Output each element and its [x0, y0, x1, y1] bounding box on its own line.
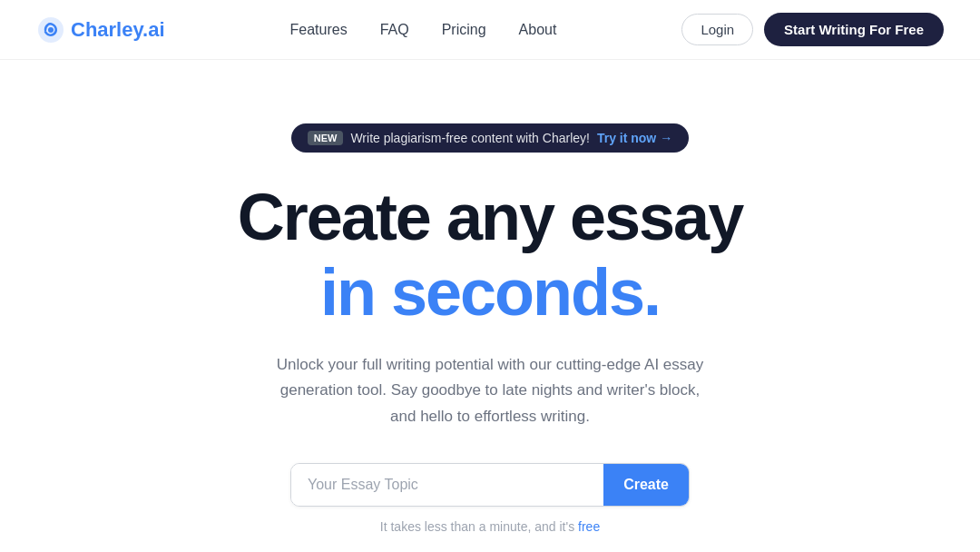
badge-new-label: NEW — [308, 131, 344, 145]
create-button[interactable]: Create — [603, 464, 689, 506]
hero-subtitle: Unlock your full writing potential with … — [272, 352, 708, 431]
essay-input-wrapper: Create — [290, 463, 690, 507]
badge-text: Write plagiarism-free content with Charl… — [350, 131, 590, 145]
nav-pricing[interactable]: Pricing — [442, 22, 486, 37]
hero-section: NEW Write plagiarism-free content with C… — [0, 60, 980, 552]
nav-faq[interactable]: FAQ — [380, 22, 409, 37]
login-button[interactable]: Login — [681, 14, 753, 45]
svg-point-1 — [48, 27, 54, 33]
nav-features[interactable]: Features — [290, 22, 348, 37]
essay-topic-input[interactable] — [291, 464, 603, 506]
nav-about[interactable]: About — [519, 22, 557, 37]
hero-badge: NEW Write plagiarism-free content with C… — [291, 123, 690, 153]
nav-actions: Login Start Writing For Free — [681, 13, 944, 46]
footnote-free: free — [578, 519, 600, 534]
nav-links: Features FAQ Pricing About — [290, 22, 557, 38]
hero-title: Create any essay in seconds. — [238, 182, 742, 352]
logo-link[interactable]: Charley.ai — [36, 15, 165, 44]
logo-icon — [36, 15, 65, 44]
badge-try-link[interactable]: Try it now → — [597, 131, 672, 145]
start-writing-button[interactable]: Start Writing For Free — [764, 13, 944, 46]
navbar: Charley.ai Features FAQ Pricing About Lo… — [0, 0, 980, 60]
hero-footnote: It takes less than a minute, and it's fr… — [380, 519, 600, 534]
logo-text: Charley.ai — [71, 18, 165, 42]
